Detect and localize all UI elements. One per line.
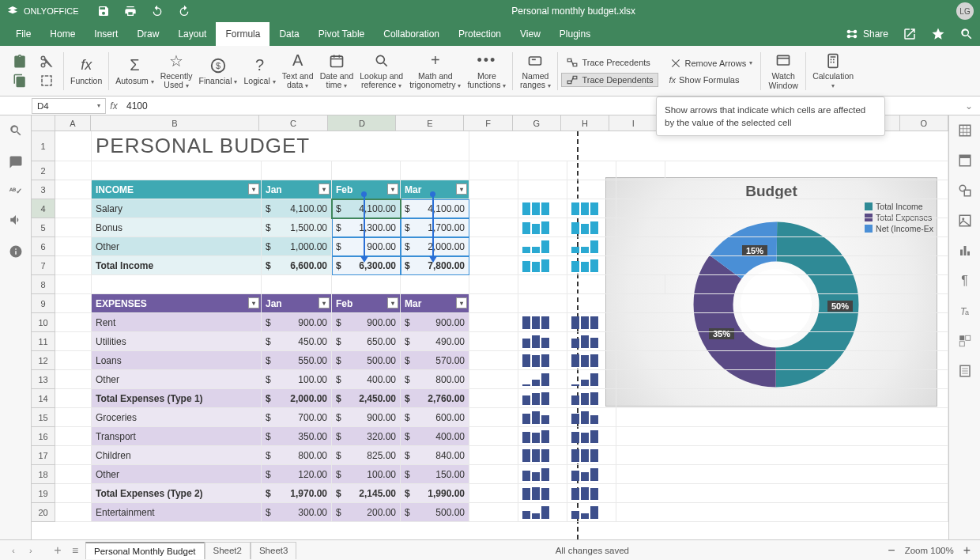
autosum-button[interactable]: Σ Autosum ▾ [112, 55, 156, 88]
filter-dropdown-icon[interactable]: ▾ [456, 184, 467, 195]
col-header-F[interactable]: F [464, 115, 512, 131]
col-header-I[interactable]: I [609, 115, 658, 131]
add-sheet-button[interactable]: + [51, 543, 65, 558]
sheet-tab-2[interactable]: Sheet3 [251, 542, 296, 559]
row-header-12[interactable]: 12 [32, 351, 55, 370]
menu-protection[interactable]: Protection [449, 22, 511, 46]
menu-home[interactable]: Home [40, 22, 85, 46]
col-header-H[interactable]: H [561, 115, 609, 131]
sheet-prev-icon[interactable]: ‹ [6, 546, 21, 555]
menu-draw[interactable]: Draw [127, 22, 168, 46]
sheets-list-button[interactable]: ≡ [68, 544, 82, 557]
chart-settings-icon[interactable] [958, 244, 972, 258]
filter-dropdown-icon[interactable]: ▾ [387, 297, 398, 308]
more-functions-button[interactable]: ••• More functions ▾ [464, 50, 509, 92]
income-header[interactable]: INCOME▾ [92, 180, 262, 199]
show-formulas-button[interactable]: fx Show Formulas [665, 74, 758, 86]
row-header-2[interactable]: 2 [32, 161, 55, 180]
find-icon[interactable] [9, 123, 23, 138]
shape-settings-icon[interactable] [958, 184, 972, 198]
function-button[interactable]: fx Function [67, 55, 105, 88]
row-header-5[interactable]: 5 [32, 218, 55, 237]
row-header-8[interactable]: 8 [32, 275, 55, 294]
menu-data[interactable]: Data [270, 22, 308, 46]
menu-view[interactable]: View [511, 22, 550, 46]
share-button[interactable]: Share [846, 27, 888, 41]
col-header-E[interactable]: E [396, 115, 464, 131]
name-box[interactable]: D4▾ [32, 98, 106, 114]
comments-icon[interactable] [9, 155, 23, 169]
zoom-out-button[interactable]: − [888, 543, 895, 558]
row-header-1[interactable]: 1 [32, 131, 55, 161]
feedback-icon[interactable] [9, 213, 23, 227]
fx-icon[interactable]: fx [106, 100, 122, 112]
row-header-11[interactable]: 11 [32, 332, 55, 351]
row-header-16[interactable]: 16 [32, 427, 55, 446]
zoom-level[interactable]: Zoom 100% [905, 546, 954, 555]
col-header-B[interactable]: B [91, 115, 258, 131]
budget-title[interactable]: PERSONAL BUDGET [92, 131, 469, 161]
row-header-3[interactable]: 3 [32, 180, 55, 199]
row-header-19[interactable]: 19 [32, 484, 55, 503]
trace-precedents-button[interactable]: Trace Precedents [561, 55, 658, 70]
select-icon[interactable] [40, 74, 54, 88]
row-header-18[interactable]: 18 [32, 465, 55, 484]
col-header-D[interactable]: D [328, 115, 396, 131]
date-time-button[interactable]: Date and time ▾ [317, 50, 357, 92]
sheet-tab-0[interactable]: Personal Monthly Budget [85, 542, 205, 559]
logical-button[interactable]: ? Logical ▾ [240, 55, 278, 88]
remove-arrows-button[interactable]: Remove Arrows ▾ [665, 56, 758, 70]
menu-collaboration[interactable]: Collaboration [374, 22, 449, 46]
sheet-tab-1[interactable]: Sheet2 [205, 542, 251, 559]
paste-icon[interactable] [13, 55, 27, 69]
slicer-settings-icon[interactable] [958, 364, 972, 378]
paragraph-icon[interactable]: ¶ [961, 274, 968, 288]
row-header-14[interactable]: 14 [32, 389, 55, 408]
spreadsheet-grid[interactable]: ABCDEFGHIJKLMNO Budget Total Income Tota… [32, 115, 948, 539]
row-header-9[interactable]: 9 [32, 294, 55, 313]
row-header-4[interactable]: 4 [32, 199, 55, 218]
menu-insert[interactable]: Insert [85, 22, 127, 46]
col-header-G[interactable]: G [513, 115, 561, 131]
lookup-button[interactable]: Lookup and reference ▾ [356, 50, 406, 92]
trace-dependents-button[interactable]: Trace Dependents [561, 73, 658, 87]
open-location-icon[interactable] [903, 27, 917, 41]
paste-special-icon[interactable] [13, 74, 27, 88]
math-button[interactable]: + Math and trigonometry ▾ [406, 50, 464, 92]
menu-layout[interactable]: Layout [168, 22, 216, 46]
row-header-6[interactable]: 6 [32, 237, 55, 256]
sheet-next-icon[interactable]: › [24, 546, 38, 555]
menu-pivot-table[interactable]: Pivot Table [309, 22, 374, 46]
image-settings-icon[interactable] [958, 214, 972, 228]
filter-dropdown-icon[interactable]: ▾ [456, 297, 467, 308]
named-ranges-button[interactable]: Named ranges ▾ [516, 50, 554, 92]
zoom-in-button[interactable]: + [963, 543, 971, 558]
search-icon[interactable] [959, 27, 974, 41]
redo-icon[interactable] [178, 5, 190, 17]
menu-file[interactable]: File [6, 22, 40, 46]
row-header-17[interactable]: 17 [32, 446, 55, 465]
col-header-A[interactable]: A [55, 115, 91, 131]
row-header-7[interactable]: 7 [32, 256, 55, 275]
save-icon[interactable] [97, 5, 110, 17]
filter-dropdown-icon[interactable]: ▾ [318, 184, 330, 195]
watch-window-button[interactable]: Watch Window [764, 50, 802, 92]
row-header-15[interactable]: 15 [32, 408, 55, 427]
pivot-settings-icon[interactable] [958, 334, 972, 348]
menu-plugins[interactable]: Plugins [550, 22, 600, 46]
expand-formula-icon[interactable]: ⌄ [964, 100, 980, 112]
col-header-O[interactable]: O [900, 115, 948, 131]
row-header-20[interactable]: 20 [32, 503, 55, 522]
print-icon[interactable] [124, 5, 137, 17]
user-avatar[interactable]: LG [956, 2, 974, 20]
undo-icon[interactable] [151, 5, 164, 17]
row-header-13[interactable]: 13 [32, 370, 55, 389]
row-header-10[interactable]: 10 [32, 313, 55, 332]
text-data-button[interactable]: A Text and data ▾ [279, 50, 317, 92]
cell-settings-icon[interactable] [958, 123, 972, 138]
about-icon[interactable] [9, 244, 23, 259]
menu-formula[interactable]: Formula [216, 22, 270, 46]
filter-dropdown-icon[interactable]: ▾ [248, 297, 259, 308]
spellcheck-icon[interactable]: ᴬᴮ✓ [9, 187, 22, 195]
table-settings-icon[interactable] [958, 153, 972, 168]
